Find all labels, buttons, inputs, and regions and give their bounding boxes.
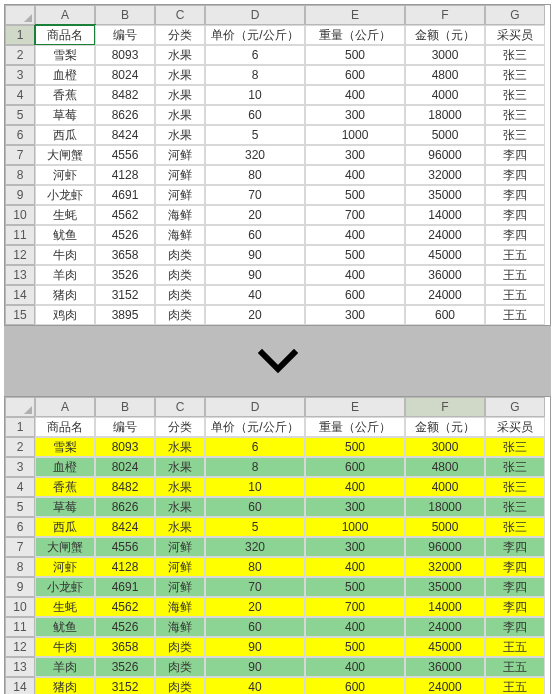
header-cell-amount[interactable]: 金额（元） [405, 25, 485, 45]
cell-r13-product[interactable]: 羊肉 [35, 657, 95, 677]
cell-r14-buyer[interactable]: 王五 [485, 285, 545, 305]
cell-r5-price[interactable]: 60 [205, 105, 305, 125]
cell-r12-weight[interactable]: 500 [305, 245, 405, 265]
cell-r7-buyer[interactable]: 李四 [485, 537, 545, 557]
col-header-A[interactable]: A [35, 5, 95, 25]
cell-r10-amount[interactable]: 14000 [405, 205, 485, 225]
cell-r15-buyer[interactable]: 王五 [485, 305, 545, 325]
cell-r2-price[interactable]: 6 [205, 45, 305, 65]
cell-r13-amount[interactable]: 36000 [405, 657, 485, 677]
cell-r6-id[interactable]: 8424 [95, 517, 155, 537]
cell-r5-buyer[interactable]: 张三 [485, 105, 545, 125]
spreadsheet-top[interactable]: ABCDEFG1商品名编号分类单价（元/公斤）重量（公斤）金额（元）采买员2雪梨… [4, 4, 551, 326]
cell-r14-weight[interactable]: 600 [305, 677, 405, 694]
cell-r2-amount[interactable]: 3000 [405, 45, 485, 65]
cell-r4-product[interactable]: 香蕉 [35, 477, 95, 497]
cell-r13-amount[interactable]: 36000 [405, 265, 485, 285]
cell-r5-product[interactable]: 草莓 [35, 497, 95, 517]
cell-r11-buyer[interactable]: 李四 [485, 617, 545, 637]
cell-r5-price[interactable]: 60 [205, 497, 305, 517]
cell-r12-buyer[interactable]: 王五 [485, 637, 545, 657]
cell-r8-weight[interactable]: 400 [305, 557, 405, 577]
cell-r4-weight[interactable]: 400 [305, 85, 405, 105]
cell-r3-price[interactable]: 8 [205, 457, 305, 477]
row-header-12[interactable]: 12 [5, 245, 35, 265]
cell-r8-price[interactable]: 80 [205, 557, 305, 577]
cell-r13-price[interactable]: 90 [205, 265, 305, 285]
cell-r11-price[interactable]: 60 [205, 617, 305, 637]
cell-r9-weight[interactable]: 500 [305, 185, 405, 205]
cell-r6-price[interactable]: 5 [205, 517, 305, 537]
cell-r15-category[interactable]: 肉类 [155, 305, 205, 325]
cell-r8-product[interactable]: 河虾 [35, 557, 95, 577]
cell-r4-buyer[interactable]: 张三 [485, 477, 545, 497]
row-header-4[interactable]: 4 [5, 85, 35, 105]
cell-r6-weight[interactable]: 1000 [305, 517, 405, 537]
cell-r15-id[interactable]: 3895 [95, 305, 155, 325]
cell-r9-id[interactable]: 4691 [95, 185, 155, 205]
cell-r9-amount[interactable]: 35000 [405, 185, 485, 205]
row-header-3[interactable]: 3 [5, 457, 35, 477]
cell-r3-category[interactable]: 水果 [155, 457, 205, 477]
cell-r10-price[interactable]: 20 [205, 205, 305, 225]
cell-r12-category[interactable]: 肉类 [155, 245, 205, 265]
cell-r2-product[interactable]: 雪梨 [35, 437, 95, 457]
cell-r14-id[interactable]: 3152 [95, 285, 155, 305]
cell-r14-category[interactable]: 肉类 [155, 677, 205, 694]
cell-r10-buyer[interactable]: 李四 [485, 205, 545, 225]
cell-r14-id[interactable]: 3152 [95, 677, 155, 694]
cell-r12-amount[interactable]: 45000 [405, 245, 485, 265]
cell-r14-price[interactable]: 40 [205, 677, 305, 694]
cell-r3-product[interactable]: 血橙 [35, 457, 95, 477]
select-all-triangle[interactable] [5, 397, 35, 417]
cell-r6-product[interactable]: 西瓜 [35, 125, 95, 145]
cell-r7-weight[interactable]: 300 [305, 145, 405, 165]
cell-r13-category[interactable]: 肉类 [155, 265, 205, 285]
cell-r12-amount[interactable]: 45000 [405, 637, 485, 657]
select-all-triangle[interactable] [5, 5, 35, 25]
row-header-12[interactable]: 12 [5, 637, 35, 657]
cell-r5-category[interactable]: 水果 [155, 105, 205, 125]
cell-r2-amount[interactable]: 3000 [405, 437, 485, 457]
cell-r7-product[interactable]: 大闸蟹 [35, 145, 95, 165]
cell-r4-price[interactable]: 10 [205, 85, 305, 105]
col-header-C[interactable]: C [155, 5, 205, 25]
cell-r8-price[interactable]: 80 [205, 165, 305, 185]
header-cell-id[interactable]: 编号 [95, 417, 155, 437]
cell-r11-category[interactable]: 海鲜 [155, 617, 205, 637]
cell-r7-category[interactable]: 河鲜 [155, 537, 205, 557]
cell-r2-id[interactable]: 8093 [95, 437, 155, 457]
cell-r11-product[interactable]: 鱿鱼 [35, 617, 95, 637]
header-cell-weight[interactable]: 重量（公斤） [305, 417, 405, 437]
cell-r5-amount[interactable]: 18000 [405, 105, 485, 125]
cell-r2-id[interactable]: 8093 [95, 45, 155, 65]
cell-r7-amount[interactable]: 96000 [405, 145, 485, 165]
cell-r10-id[interactable]: 4562 [95, 205, 155, 225]
header-cell-amount[interactable]: 金额（元） [405, 417, 485, 437]
cell-r9-buyer[interactable]: 李四 [485, 185, 545, 205]
cell-r3-amount[interactable]: 4800 [405, 457, 485, 477]
cell-r13-price[interactable]: 90 [205, 657, 305, 677]
cell-r4-amount[interactable]: 4000 [405, 85, 485, 105]
row-header-8[interactable]: 8 [5, 557, 35, 577]
row-header-1[interactable]: 1 [5, 417, 35, 437]
row-header-6[interactable]: 6 [5, 125, 35, 145]
cell-r10-amount[interactable]: 14000 [405, 597, 485, 617]
cell-r14-category[interactable]: 肉类 [155, 285, 205, 305]
cell-r9-price[interactable]: 70 [205, 185, 305, 205]
header-cell-price[interactable]: 单价（元/公斤） [205, 417, 305, 437]
cell-r12-id[interactable]: 3658 [95, 637, 155, 657]
row-header-5[interactable]: 5 [5, 105, 35, 125]
cell-r14-amount[interactable]: 24000 [405, 285, 485, 305]
cell-r9-category[interactable]: 河鲜 [155, 185, 205, 205]
cell-r4-id[interactable]: 8482 [95, 85, 155, 105]
cell-r3-buyer[interactable]: 张三 [485, 457, 545, 477]
cell-r14-buyer[interactable]: 王五 [485, 677, 545, 694]
col-header-F[interactable]: F [405, 397, 485, 417]
cell-r9-product[interactable]: 小龙虾 [35, 577, 95, 597]
cell-r12-buyer[interactable]: 王五 [485, 245, 545, 265]
cell-r11-buyer[interactable]: 李四 [485, 225, 545, 245]
header-cell-buyer[interactable]: 采买员 [485, 25, 545, 45]
cell-r6-price[interactable]: 5 [205, 125, 305, 145]
cell-r3-buyer[interactable]: 张三 [485, 65, 545, 85]
